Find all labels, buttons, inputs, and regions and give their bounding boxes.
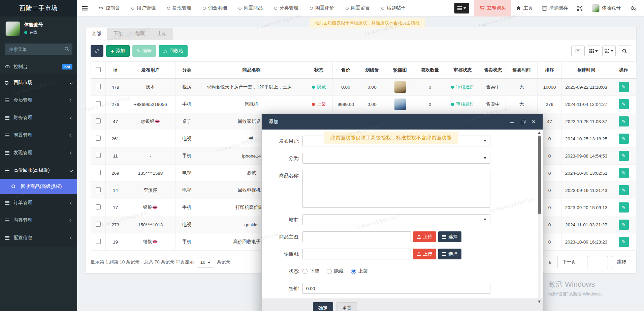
detail-view-button[interactable] [571, 46, 585, 56]
chevron-left-icon [70, 134, 73, 137]
list-icon [442, 235, 446, 239]
row-checkbox[interactable] [96, 136, 101, 141]
status-radio-hidden[interactable]: 隐藏 [327, 268, 344, 274]
caret-up-icon [208, 261, 211, 263]
row-edit-button[interactable]: ✎ [619, 134, 629, 144]
home-button[interactable]: 主页 [511, 0, 538, 16]
page-jump-button[interactable]: 跳转 [612, 256, 631, 268]
nav-users[interactable]: 用户管理 [126, 0, 161, 16]
row-edit-button[interactable]: ✎ [619, 202, 629, 213]
nav-reviews[interactable]: 闲置评价 [304, 0, 340, 16]
tab-all[interactable]: 全部 [86, 28, 107, 40]
columns-dropdown-button[interactable] [587, 46, 600, 56]
dialog-header[interactable]: 添加 ✕ [262, 114, 543, 130]
row-checkbox[interactable] [96, 101, 101, 106]
table-row: 276 +886965219056 手机 淘靓机 上架 9999.00 0.00… [91, 96, 637, 113]
close-icon[interactable]: ✕ [531, 119, 536, 124]
sidebar-item-dashboard[interactable]: 控制台 hot [0, 60, 77, 74]
maximize-icon[interactable] [521, 121, 524, 124]
sidebar-item-recycle-premium[interactable]: 高价回收(高级版) [0, 162, 77, 179]
sidebar-item-members[interactable]: 会员管理 [0, 91, 77, 109]
sidebar-item-market[interactable]: 西陆市场 [0, 74, 77, 91]
row-checkbox[interactable] [96, 239, 101, 244]
sidebar-item-idle[interactable]: 闲置管理 [0, 126, 77, 144]
row-checkbox[interactable] [96, 187, 101, 192]
confirm-button[interactable]: 确定 [313, 302, 333, 311]
nav-messages[interactable]: 闲置留言 [340, 0, 376, 16]
row-checkbox[interactable] [96, 222, 101, 227]
row-edit-button[interactable]: ✎ [619, 99, 629, 109]
goods-name-textarea[interactable] [302, 170, 490, 208]
row-checkbox[interactable] [96, 153, 101, 158]
row-edit-button[interactable]: ✎ [619, 151, 629, 161]
settings-button[interactable] [625, 0, 644, 16]
page-jump-input[interactable] [587, 256, 608, 268]
nav-dashboard[interactable]: 控制台 [93, 0, 126, 16]
row-edit-button[interactable]: ✎ [619, 185, 629, 195]
fullscreen-button[interactable] [573, 0, 587, 16]
scrollbar-thumb[interactable] [538, 136, 541, 214]
reset-button[interactable]: 重置 [336, 302, 357, 311]
carousel-input[interactable] [302, 249, 411, 259]
sidebar: 西陆二手市场 体验账号 在线 控制台 hot 西陆市场 [0, 0, 77, 311]
nav-withdraw[interactable]: 提现管理 [161, 0, 197, 16]
status-radio-on-shelf[interactable]: 上架 [351, 268, 368, 274]
quick-menu-button[interactable] [454, 3, 469, 13]
page-size-select[interactable]: 10 [197, 257, 214, 267]
sidebar-item-orders[interactable]: 订单管理 [0, 194, 77, 211]
sidebar-toggle-button[interactable] [77, 0, 93, 17]
scroll-down-icon[interactable] [538, 301, 541, 303]
list-icon [5, 116, 9, 120]
account-menu[interactable]: 体验账号 [587, 0, 625, 16]
row-checkbox[interactable] [96, 204, 101, 209]
category-select[interactable] [302, 153, 490, 164]
row-edit-button[interactable]: ✎ [619, 168, 629, 178]
carousel-upload-button[interactable]: 上传 [413, 249, 436, 259]
add-button[interactable]: + 添加 [106, 45, 130, 57]
carousel-thumbnail[interactable] [394, 81, 406, 93]
minimize-icon[interactable] [510, 120, 514, 123]
next-page-button[interactable]: 下一页 [557, 256, 581, 268]
tab-hidden[interactable]: 隐藏 [129, 28, 151, 40]
refresh-button[interactable] [91, 45, 103, 57]
city-select[interactable] [302, 214, 490, 225]
select-all-checkbox[interactable] [96, 67, 101, 72]
row-edit-button[interactable]: ✎ [619, 220, 629, 230]
nav-topics[interactable]: 话题帖子 [376, 0, 411, 16]
nav-commission[interactable]: 佣金明细 [197, 0, 233, 16]
export-dropdown-button[interactable] [602, 46, 616, 56]
sidebar-item-discover[interactable]: 发现管理 [0, 144, 77, 162]
price-input[interactable] [302, 283, 490, 294]
status-radio-off-shelf[interactable]: 下架 [302, 268, 319, 274]
clear-cache-button[interactable]: 清除缓存 [538, 0, 573, 16]
tab-on-shelf[interactable]: 上架 [151, 28, 173, 40]
edit-button[interactable]: ✎ 编辑 [132, 45, 156, 57]
radio-icon [327, 269, 332, 274]
main-image-upload-button[interactable]: 上传 [413, 231, 436, 242]
search-toggle-button[interactable] [618, 46, 631, 56]
row-edit-button[interactable]: ✎ [619, 237, 629, 247]
buy-now-button[interactable]: 立即购买 [474, 0, 511, 17]
dialog-scrollbar[interactable] [538, 132, 541, 307]
caret-down-icon [595, 50, 598, 52]
main-image-input[interactable] [302, 231, 411, 242]
row-edit-button[interactable]: ✎ [619, 116, 629, 126]
main-image-choose-button[interactable]: 选择 [438, 231, 461, 242]
sidebar-item-recycle-goods[interactable]: 回收商品(高级授权) [0, 179, 77, 194]
row-checkbox[interactable] [96, 118, 101, 123]
sidebar-item-content[interactable]: 内容管理 [0, 211, 77, 229]
recycle-bin-button[interactable]: 回收站 [159, 45, 188, 57]
page-button-8[interactable]: 8 [543, 256, 558, 268]
carousel-choose-button[interactable]: 选择 [438, 249, 461, 259]
row-checkbox[interactable] [96, 170, 101, 175]
nav-idle-goods[interactable]: 闲置商品 [233, 0, 268, 16]
menu-search-input[interactable] [5, 44, 72, 55]
tab-off-shelf[interactable]: 下架 [107, 28, 129, 40]
nav-categories[interactable]: 分类管理 [268, 0, 304, 16]
row-checkbox[interactable] [96, 84, 101, 89]
row-edit-button[interactable]: ✎ [619, 82, 629, 92]
carousel-thumbnail[interactable] [394, 98, 406, 110]
sidebar-item-config[interactable]: 配置信息 [0, 229, 77, 247]
scroll-up-icon[interactable] [538, 132, 541, 134]
sidebar-item-finance[interactable]: 财务管理 [0, 109, 77, 126]
